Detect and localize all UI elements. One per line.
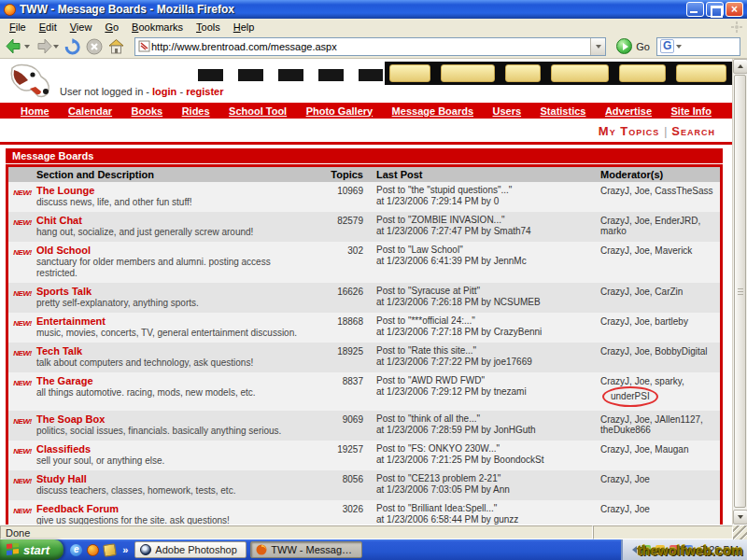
search-engine-dropdown[interactable]: [676, 45, 682, 49]
last-post-title[interactable]: Post to "FS: ONKYO 230W...": [376, 443, 600, 455]
login-link[interactable]: login: [152, 86, 176, 97]
task-button-firefox[interactable]: TWW - Message Boar...: [250, 541, 362, 558]
new-posts-icon: NEW!: [13, 349, 31, 357]
last-post-title[interactable]: Post to "the "stupid questions"...": [376, 185, 600, 196]
last-post-title[interactable]: Post to "ZOMBIE INVASION...": [376, 215, 600, 226]
last-post-title[interactable]: Post to "Syracuse at Pitt": [376, 286, 600, 297]
nav-link[interactable]: Message Boards: [392, 105, 473, 117]
menu-item[interactable]: Help: [227, 21, 261, 34]
menu-item[interactable]: Go: [98, 21, 125, 34]
table-row: NEW! Feedback Forum give us suggestions …: [8, 500, 720, 525]
internet-explorer-icon[interactable]: e: [70, 544, 82, 556]
watermark-text: thewolfweb.com: [638, 543, 743, 558]
section-description: discuss news, life, and other fun stuff!: [36, 197, 309, 208]
section-link[interactable]: Entertainment: [36, 315, 309, 328]
topics-count: 18868: [309, 315, 363, 339]
section-link[interactable]: Tech Talk: [36, 345, 309, 357]
search-link[interactable]: Search: [671, 124, 715, 138]
nav-link[interactable]: Users: [493, 105, 522, 117]
back-history-dropdown[interactable]: [24, 45, 30, 49]
new-posts-icon: NEW!: [13, 477, 31, 485]
back-button[interactable]: [5, 38, 31, 54]
section-description: give us suggestions for the site. ask qu…: [36, 515, 309, 525]
stop-button[interactable]: [85, 38, 104, 55]
menu-item[interactable]: File: [3, 21, 33, 34]
quicklaunch-overflow-chevron[interactable]: »: [120, 544, 128, 555]
quicklaunch-app-icon[interactable]: [103, 543, 117, 557]
section-link[interactable]: Old School: [36, 245, 309, 257]
scrollbar-thumb[interactable]: [734, 75, 746, 508]
moderators-list: CrazyJ, Joe, CarZin: [600, 286, 720, 309]
my-topics-link[interactable]: My Topics: [599, 124, 659, 138]
tray-collapse-chevron[interactable]: [632, 546, 637, 553]
last-post-title[interactable]: Post to "AWD RWD FWD": [376, 375, 600, 386]
resize-grip[interactable]: [733, 525, 747, 539]
task-button-photoshop[interactable]: Adobe Photoshop: [134, 541, 247, 558]
table-row: NEW! Chit Chat hang out, socialize, and …: [8, 212, 720, 242]
moderators-list: CrazyJ, Joe, CassTheSass: [600, 185, 720, 208]
section-link[interactable]: The Garage: [36, 375, 309, 387]
forward-history-dropdown[interactable]: [53, 45, 59, 49]
last-post-title[interactable]: Post to "think of all the...": [376, 413, 600, 425]
nav-link[interactable]: Photo Gallery: [306, 105, 374, 117]
last-post-title[interactable]: Post to "Law School": [376, 245, 600, 256]
scroll-up-button[interactable]: [733, 59, 747, 74]
last-post-timestamp: at 1/23/2006 7:29:12 PM by tnezami: [376, 386, 600, 398]
photoshop-icon: [140, 544, 151, 555]
go-button[interactable]: Go: [613, 38, 654, 54]
table-row: NEW! Sports Talk pretty self-explanatory…: [8, 283, 720, 313]
scroll-down-button[interactable]: [733, 510, 747, 525]
new-posts-icon: NEW!: [13, 248, 31, 257]
section-link[interactable]: The Soap Box: [36, 413, 309, 426]
nav-link[interactable]: School Tool: [229, 105, 287, 117]
firefox-icon: [4, 4, 16, 16]
reload-button[interactable]: [63, 38, 82, 55]
section-description: pretty self-explanatory, anything sports…: [36, 298, 309, 309]
nav-link[interactable]: Rides: [182, 105, 210, 117]
section-description: sanctuary for older members and alumni. …: [36, 257, 309, 279]
section-link[interactable]: Sports Talk: [36, 286, 309, 298]
last-post-title[interactable]: Post to "CE213 problem 2-21": [376, 473, 600, 484]
nav-link[interactable]: Statistics: [541, 105, 586, 117]
topics-count: 302: [309, 245, 363, 279]
start-button[interactable]: start: [0, 539, 63, 560]
menu-item[interactable]: View: [63, 21, 99, 34]
section-link[interactable]: The Lounge: [36, 185, 309, 197]
menu-item[interactable]: Tools: [190, 21, 227, 34]
maximize-button[interactable]: [706, 2, 724, 17]
nav-link[interactable]: Advertise: [605, 105, 652, 117]
menu-item[interactable]: Edit: [33, 21, 63, 34]
url-bar[interactable]: [134, 37, 606, 56]
firefox-quicklaunch-icon[interactable]: [87, 544, 99, 556]
section-link[interactable]: Study Hall: [36, 473, 309, 485]
last-post-title[interactable]: Post to "***official 24:...": [376, 315, 600, 327]
section-link[interactable]: Chit Chat: [36, 215, 309, 227]
nav-link[interactable]: Home: [21, 105, 49, 117]
nav-link[interactable]: Books: [132, 105, 163, 117]
board-section-header: Message Boards: [6, 148, 723, 163]
nav-link[interactable]: Calendar: [68, 105, 112, 117]
window-titlebar[interactable]: TWW - Message Boards - Mozilla Firefox ×: [0, 0, 747, 19]
last-post-title[interactable]: Post to "Brilliant Idea:Spell...": [376, 503, 600, 514]
section-description: all things automotive. racing, mods, new…: [36, 387, 309, 399]
last-post-timestamp: at 1/23/2006 7:27:22 PM by joe17669: [376, 357, 600, 368]
section-link[interactable]: Classifieds: [36, 443, 309, 455]
url-input[interactable]: [151, 41, 590, 52]
vertical-scrollbar[interactable]: [732, 59, 747, 525]
close-button[interactable]: ×: [726, 2, 743, 17]
url-dropdown-button[interactable]: [590, 38, 605, 55]
last-post-timestamp: at 1/23/2006 7:29:14 PM by 0: [376, 196, 600, 207]
minimize-button[interactable]: [686, 2, 704, 17]
register-link[interactable]: register: [186, 86, 223, 97]
home-button[interactable]: [106, 38, 126, 54]
moderators-list: CrazyJ, Joe: [600, 503, 720, 525]
forward-button[interactable]: [34, 38, 60, 54]
ad-banner[interactable]: [385, 62, 732, 85]
moderators-list: CrazyJ, Joe, EnderJRD, marko: [600, 215, 720, 238]
last-post-title[interactable]: Post to "Rate this site...": [376, 345, 600, 357]
section-link[interactable]: Feedback Forum: [36, 503, 309, 515]
nav-link[interactable]: Site Info: [671, 105, 712, 117]
search-input[interactable]: G: [656, 37, 740, 56]
topics-count: 10969: [309, 185, 363, 208]
menu-item[interactable]: Bookmarks: [125, 21, 190, 34]
